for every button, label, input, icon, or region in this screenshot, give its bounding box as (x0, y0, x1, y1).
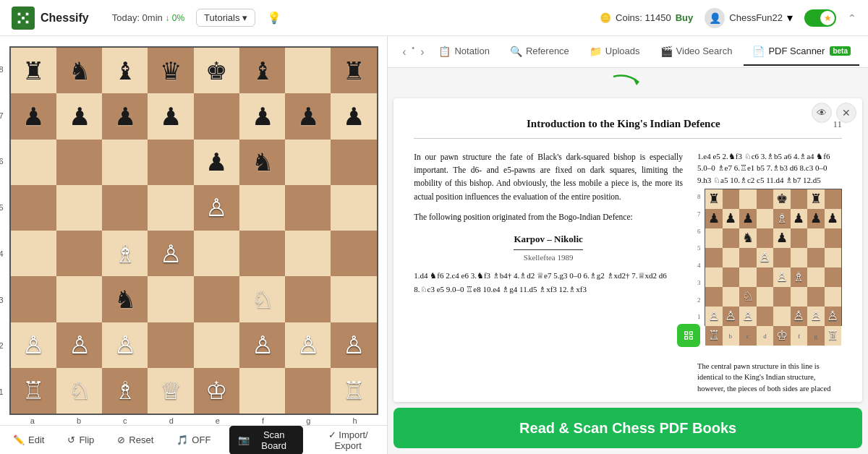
square-e7[interactable] (194, 93, 239, 139)
mini-square-h2: ♙ (825, 307, 842, 326)
square-e8[interactable]: ♚ (194, 48, 239, 93)
square-f7[interactable]: ♟ (239, 93, 285, 139)
buy-button[interactable]: Buy (676, 12, 694, 23)
square-d1[interactable]: ♕ (148, 368, 193, 414)
square-h3[interactable] (331, 276, 376, 322)
square-a2[interactable]: ♙ (11, 322, 56, 368)
square-c7[interactable]: ♟ (102, 93, 148, 139)
pdf-two-col: In our pawn structure the fate of Black'… (414, 150, 842, 395)
square-h2[interactable]: ♙ (331, 322, 376, 368)
square-c2[interactable]: ♙ (102, 322, 148, 368)
square-c3[interactable]: ♞ (102, 276, 148, 322)
nav-back[interactable]: ‹ (399, 44, 409, 60)
square-b5[interactable] (56, 185, 102, 231)
square-b4[interactable] (56, 231, 102, 276)
square-b7[interactable]: ♟ (56, 93, 102, 139)
square-a3[interactable] (11, 276, 56, 322)
square-e3[interactable] (194, 276, 239, 322)
mini-square-g6 (807, 228, 825, 248)
piece-f6: ♞ (252, 150, 273, 174)
edit-button[interactable]: ✏️ Edit (9, 432, 48, 448)
square-a8[interactable]: ♜ (11, 48, 56, 93)
mini-square-f5 (791, 248, 808, 267)
square-f3[interactable]: ♘ (239, 276, 285, 322)
square-c8[interactable]: ♝ (102, 48, 148, 93)
square-g3[interactable] (285, 276, 331, 322)
reset-button[interactable]: ⊘ Reset (113, 432, 158, 448)
square-d6[interactable] (148, 140, 193, 185)
square-f5[interactable] (239, 185, 285, 231)
edit-icon: ✏️ (13, 434, 25, 445)
square-f1[interactable] (239, 368, 285, 414)
square-d3[interactable] (148, 276, 193, 322)
square-h4[interactable] (331, 231, 376, 276)
square-e1[interactable]: ♔ (194, 368, 239, 414)
tab-reference[interactable]: 🔍 Reference (501, 38, 578, 66)
square-c6[interactable] (102, 140, 148, 185)
tutorials-button[interactable]: Tutorials ▾ (196, 9, 255, 27)
pdf-toolbar: 👁 ✕ (812, 103, 856, 123)
square-e2[interactable] (194, 322, 239, 368)
tab-pdf-scanner[interactable]: 📄 PDF Scanner beta (744, 38, 859, 66)
square-b3[interactable] (56, 276, 102, 322)
square-f2[interactable]: ♙ (239, 322, 285, 368)
square-g4[interactable] (285, 231, 331, 276)
tab-video-search[interactable]: 🎬 Video Search (652, 38, 741, 66)
chess-board[interactable]: ♜♞♝♛♚♝♜♟♟♟♟♟♟♟♟♞♙♗♙♞♘♙♙♙♙♙♙♖♘♗♕♔♖ (9, 46, 378, 415)
svg-rect-7 (22, 20, 25, 23)
square-a7[interactable]: ♟ (11, 93, 56, 139)
square-h6[interactable] (331, 140, 376, 185)
square-h1[interactable]: ♖ (331, 368, 376, 414)
square-b2[interactable]: ♙ (56, 322, 102, 368)
square-h5[interactable] (331, 185, 376, 231)
cta-banner[interactable]: Read & Scan Chess PDF Books (393, 408, 862, 448)
square-h7[interactable]: ♟ (331, 93, 376, 139)
nav-forward[interactable]: › (417, 44, 427, 60)
theme-toggle[interactable]: ★ (804, 9, 836, 27)
scan-overlay-icon (677, 324, 700, 347)
square-g1[interactable] (285, 368, 331, 414)
square-c4[interactable]: ♗ (102, 231, 148, 276)
pdf-eye-button[interactable]: 👁 (812, 103, 832, 123)
square-a5[interactable] (11, 185, 56, 231)
square-d4[interactable]: ♙ (148, 231, 193, 276)
square-g7[interactable]: ♟ (285, 93, 331, 139)
tab-notation[interactable]: 📋 Notation (430, 38, 498, 66)
sound-button[interactable]: 🎵 OFF (172, 432, 215, 448)
collapse-button[interactable]: ⌃ (848, 12, 856, 24)
svg-rect-4 (22, 17, 25, 20)
import-export-button[interactable]: ✓ Import/ Export (318, 429, 378, 451)
square-f6[interactable]: ♞ (239, 140, 285, 185)
square-b1[interactable]: ♘ (56, 368, 102, 414)
square-e4[interactable] (194, 231, 239, 276)
tab-uploads[interactable]: 📁 Uploads (581, 38, 649, 66)
square-g8[interactable] (285, 48, 331, 93)
square-d2[interactable] (148, 322, 193, 368)
square-h8[interactable]: ♜ (331, 48, 376, 93)
square-a1[interactable]: ♖ (11, 368, 56, 414)
square-b8[interactable]: ♞ (56, 48, 102, 93)
square-a4[interactable] (11, 231, 56, 276)
moves2-text: 1.e4 e5 2.♞f3 ♘c6 3.♗b5 a6 4.♗a4 ♞f6 5.0… (697, 150, 842, 187)
square-a6[interactable] (11, 140, 56, 185)
board-container: 87654321 ♜♞♝♛♚♝♜♟♟♟♟♟♟♟♟♞♙♗♙♞♘♙♙♙♙♙♙♖♘♗♕… (0, 36, 387, 425)
user-area[interactable]: 👤 ChessFun22 ▾ (705, 8, 793, 28)
square-d8[interactable]: ♛ (148, 48, 193, 93)
mini-square-g3 (807, 287, 825, 307)
square-c1[interactable]: ♗ (102, 368, 148, 414)
scan-board-button[interactable]: 📷 Scan Board (229, 426, 303, 455)
square-g2[interactable]: ♙ (285, 322, 331, 368)
mini-square-e8: ♚ (773, 189, 791, 209)
square-f8[interactable]: ♝ (239, 48, 285, 93)
square-g6[interactable] (285, 140, 331, 185)
square-f4[interactable] (239, 231, 285, 276)
square-d7[interactable]: ♟ (148, 93, 193, 139)
square-e5[interactable]: ♙ (194, 185, 239, 231)
flip-button[interactable]: ↺ Flip (63, 432, 98, 448)
square-g5[interactable] (285, 185, 331, 231)
square-d5[interactable] (148, 185, 193, 231)
square-e6[interactable]: ♟ (194, 140, 239, 185)
pdf-close-button[interactable]: ✕ (836, 103, 856, 123)
square-c5[interactable] (102, 185, 148, 231)
square-b6[interactable] (56, 140, 102, 185)
